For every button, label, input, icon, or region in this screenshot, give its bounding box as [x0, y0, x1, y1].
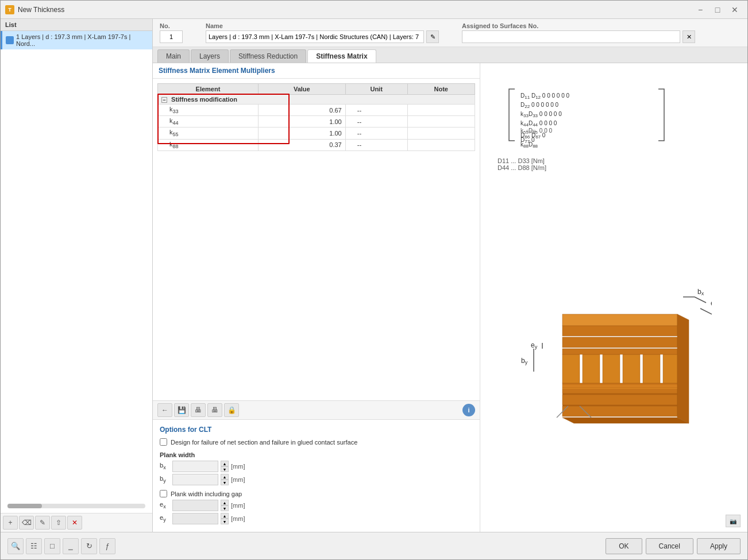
content-area: Stiffness Matrix Element Multipliers Ele… — [153, 63, 480, 532]
by-spin-down[interactable]: ▼ — [221, 480, 229, 485]
table-row[interactable]: k33 0.67 -- — [158, 105, 475, 116]
maximize-button[interactable]: □ — [710, 3, 726, 16]
row-note — [407, 139, 475, 150]
by-row: by ▲ ▼ [mm] — [160, 474, 473, 485]
row-value[interactable]: 0.37 — [258, 139, 345, 150]
list-copy-button[interactable]: ⌫ — [19, 516, 34, 530]
title-bar: T New Thickness − □ ✕ — [1, 1, 747, 19]
tab-main[interactable]: Main — [157, 49, 190, 63]
toolbar-lock-button[interactable]: 🔒 — [224, 403, 239, 417]
svg-text:k88D88: k88D88 — [520, 141, 538, 149]
ex-row: ex ▲ ▼ [mm] — [160, 500, 473, 511]
svg-rect-15 — [562, 406, 677, 416]
col-note: Note — [407, 84, 475, 95]
no-input[interactable] — [160, 30, 183, 43]
table-row[interactable]: k88 0.37 -- — [158, 139, 475, 150]
info-icon[interactable]: i — [462, 404, 475, 416]
ex-spin-up[interactable]: ▲ — [221, 500, 229, 505]
surfaces-input[interactable] — [462, 30, 680, 43]
bx-label: bx — [160, 462, 170, 470]
row-element: k55 — [158, 128, 259, 139]
table-container: Element Value Unit Note − — [153, 79, 480, 400]
svg-rect-10 — [562, 385, 677, 387]
name-label: Name — [206, 22, 439, 29]
properties-button[interactable]: ⎯ — [63, 538, 79, 554]
plank-gap-label: Plank width including gap — [171, 491, 242, 497]
list-move-button[interactable]: ⇧ — [51, 516, 66, 530]
table-wrapper: Element Value Unit Note − — [157, 83, 475, 151]
toolbar-print2-button[interactable]: 🖶 — [207, 403, 222, 417]
list-actions: + ⌫ ✎ ⇧ ✕ — [1, 513, 152, 532]
cancel-button[interactable]: Cancel — [646, 538, 693, 554]
list-scrollbar-thumb — [7, 504, 42, 508]
grid-button[interactable]: ☷ — [26, 538, 42, 554]
bx-spinner: ▲ ▼ — [221, 461, 229, 472]
surfaces-pick-button[interactable]: ✕ — [683, 30, 695, 43]
row-note — [407, 128, 475, 139]
apply-button[interactable]: Apply — [697, 538, 741, 554]
svg-rect-16 — [562, 354, 580, 383]
toolbar-save-button[interactable]: 💾 — [174, 403, 189, 417]
no-field: No. — [160, 22, 183, 43]
bx-spin-up[interactable]: ▲ — [221, 461, 229, 466]
svg-text:k44D44  0    0    0    0: k44D44 0 0 0 0 — [520, 120, 557, 128]
col-element: Element — [158, 84, 259, 95]
screenshot-button[interactable]: 📷 — [726, 515, 741, 527]
surfaces-field: Assigned to Surfaces No. ✕ — [462, 22, 695, 43]
row-unit: -- — [345, 116, 407, 128]
ex-spin-down[interactable]: ▼ — [221, 505, 229, 511]
row-value[interactable]: 1.00 — [258, 116, 345, 128]
bx-input[interactable] — [172, 461, 218, 472]
col-value: Value — [258, 84, 345, 95]
expand-icon[interactable]: − — [161, 97, 167, 103]
search-button[interactable]: 🔍 — [7, 538, 24, 554]
function-button[interactable]: ƒ — [99, 538, 115, 554]
list-scrollbar[interactable] — [7, 504, 145, 508]
svg-rect-20 — [643, 354, 660, 383]
tab-stiffness-matrix[interactable]: Stiffness Matrix — [307, 49, 376, 63]
list-header: List — [1, 19, 152, 31]
ey-spin-up[interactable]: ▲ — [221, 513, 229, 519]
plank-width-title: Plank width — [160, 451, 473, 458]
by-input[interactable] — [172, 474, 218, 485]
table-row[interactable]: k55 1.00 -- — [158, 128, 475, 139]
name-input[interactable] — [206, 30, 424, 43]
row-value[interactable]: 1.00 — [258, 128, 345, 139]
ok-button[interactable]: OK — [606, 538, 642, 554]
list-rename-button[interactable]: ✎ — [35, 516, 50, 530]
matrix-legend-line1: D11 ... D33 [Nm] D44 ... D88 [N/m] — [498, 157, 546, 171]
list-item[interactable]: 1 Layers | d : 197.3 mm | X-Lam 197-7s |… — [1, 31, 152, 49]
svg-rect-13 — [562, 395, 677, 405]
ey-spin-down[interactable]: ▼ — [221, 519, 229, 524]
name-field: Name ✎ — [206, 22, 439, 43]
by-spin-up[interactable]: ▲ — [221, 474, 229, 480]
table-row[interactable]: k44 1.00 -- — [158, 116, 475, 128]
plank-gap-checkbox[interactable] — [160, 490, 167, 497]
clt-checkbox1[interactable] — [160, 438, 167, 446]
ex-spinner: ▲ ▼ — [221, 500, 229, 511]
by-spinner: ▲ ▼ — [221, 474, 229, 485]
refresh-button[interactable]: ↻ — [81, 538, 97, 554]
col-unit: Unit — [345, 84, 407, 95]
toolbar-undo-button[interactable]: ← — [157, 403, 172, 417]
name-edit-button[interactable]: ✎ — [426, 30, 439, 43]
tab-stiffness-reduction[interactable]: Stiffness Reduction — [230, 49, 306, 63]
minimize-button[interactable]: − — [692, 3, 708, 16]
svg-text:D22  0    0    0    0    0    : D22 0 0 0 0 0 0 — [520, 102, 559, 109]
list-delete-button[interactable]: ✕ — [67, 516, 82, 530]
ey-input[interactable] — [172, 513, 218, 524]
row-unit: -- — [345, 139, 407, 150]
bottom-actions: OK Cancel Apply — [606, 538, 741, 554]
close-button[interactable]: ✕ — [727, 3, 743, 16]
toolbar-print-button[interactable]: 🖶 — [191, 403, 206, 417]
list-new-button[interactable]: + — [3, 516, 18, 530]
bx-spin-down[interactable]: ▼ — [221, 466, 229, 472]
svg-text:ey: ey — [531, 341, 538, 350]
tab-layers[interactable]: Layers — [191, 49, 229, 63]
matrix-area: D11 D12 0 0 0 0 0 0 D22 0 0 0 0 0 0 k33D… — [492, 75, 736, 177]
clt-section: Options for CLT Design for failure of ne… — [153, 419, 480, 532]
ex-input[interactable] — [172, 500, 218, 511]
svg-marker-26 — [677, 314, 689, 423]
select-button[interactable]: □ — [44, 538, 60, 554]
row-value[interactable]: 0.67 — [258, 105, 345, 116]
